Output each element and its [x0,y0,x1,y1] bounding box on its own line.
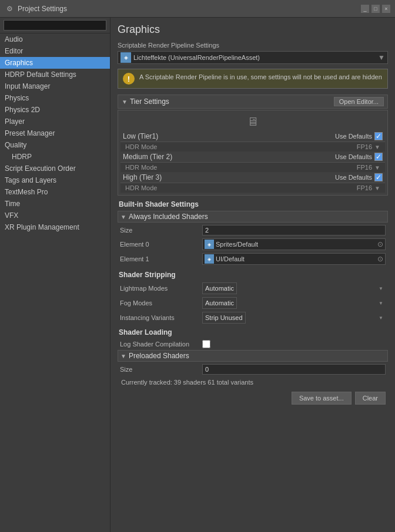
pipeline-row[interactable]: ◈ Lichteffekte (UniversalRenderPipelineA… [118,51,388,64]
sidebar-item-textmesh-pro[interactable]: TextMesh Pro [0,186,110,198]
tier-collapse-arrow: ▼ [122,99,128,105]
sidebar-item-quality[interactable]: Quality [0,139,110,151]
stripping-dropdown-wrapper-fog-modes: Automatic [202,297,386,309]
window-icon: ⚙ [5,4,14,14]
sidebar-item-physics[interactable]: Physics [0,92,110,104]
hdr-mode-value-2: FP16 [357,184,372,191]
stripping-select-instancing-variants[interactable]: Strip Unused [202,312,246,324]
hdr-mode-arrow-2: ▼ [374,185,380,191]
stripping-label-instancing-variants: Instancing Variants [120,314,202,321]
log-compilation-label: Log Shader Compilation [120,341,202,348]
preloaded-shaders-title: Preloaded Shaders [129,352,385,360]
clear-button[interactable]: Clear [355,392,386,405]
tier-name-row-0: Low (Tier1)Use Defaults✓ [120,131,385,142]
stripping-label-fog-modes: Fog Modes [120,299,202,307]
sidebar-item-physics-2d[interactable]: Physics 2D [0,104,110,116]
hdr-mode-arrow-0: ▼ [374,144,380,150]
size-input[interactable] [202,225,386,235]
sidebar-item-preset-manager[interactable]: Preset Manager [0,127,110,139]
sidebar-item-time[interactable]: Time [0,198,110,210]
main-layout: AudioEditorGraphicsHDRP Default Settings… [0,18,395,532]
tier-name-row-1: Medium (Tier 2)Use Defaults✓ [120,151,385,163]
sidebar-item-editor[interactable]: Editor [0,45,110,57]
tier-name-2: High (Tier 3) [123,173,335,181]
tier-sub-row-2: HDR ModeFP16▼ [120,183,385,193]
pipeline-section-label: Scriptable Render Pipeline Settings [118,42,388,49]
save-to-asset-button[interactable]: Save to asset... [292,392,352,405]
preloaded-size-label: Size [120,366,202,373]
window-controls: _ □ × [361,5,390,13]
preloaded-shaders-header[interactable]: ▼ Preloaded Shaders [118,350,388,362]
element-label-0: Element 0 [120,241,202,248]
tier-name-row-2: High (Tier 3)Use Defaults✓ [120,172,385,183]
pipeline-arrow-icon: ▼ [376,53,387,62]
always-included-header[interactable]: ▼ Always Included Shaders [118,211,388,223]
minimize-button[interactable]: _ [361,5,369,13]
always-included-title: Always Included Shaders [129,213,385,221]
sidebar: AudioEditorGraphicsHDRP Default Settings… [0,18,111,532]
tier-checkbox-0[interactable]: ✓ [374,132,383,140]
sidebar-item-xr-plugin[interactable]: XR Plugin Management [0,221,110,233]
sidebar-item-hdrp-defaults[interactable]: HDRP Default Settings [0,69,110,80]
element-row-0: Element 0◈Sprites/Default⊙ [118,237,388,251]
element-pick-btn-1[interactable]: ⊙ [376,254,385,264]
always-included-arrow: ▼ [120,214,126,220]
window-title: Project Settings [18,5,361,13]
sidebar-item-vfx[interactable]: VFX [0,210,110,221]
content-area: Graphics Scriptable Render Pipeline Sett… [111,18,395,532]
stripping-dropdown-wrapper-instancing-variants: Strip Unused [202,312,386,324]
log-compilation-row: Log Shader Compilation [118,339,388,349]
builtin-shader-section: Built-in Shader Settings ▼ Always Includ… [118,200,388,266]
tier-settings-header[interactable]: ▼ Tier Settings Open Editor... [118,95,388,109]
search-input[interactable] [4,20,106,31]
element-row-1: Element 1◈UI/Default⊙ [118,252,388,266]
sidebar-item-input-manager[interactable]: Input Manager [0,80,110,92]
sidebar-item-hdrp[interactable]: HDRP [0,151,110,163]
title-bar: ⚙ Project Settings _ □ × [0,0,395,18]
warning-icon: ! [123,73,135,85]
hdr-mode-label-1: HDR Mode [125,164,357,171]
monitor-icon: 🖥 [120,113,385,131]
hdr-mode-arrow-1: ▼ [374,164,380,171]
tier-sub-row-0: HDR ModeFP16▼ [120,142,385,151]
element-text-0: Sprites/Default [216,241,376,248]
stripping-select-lightmap-modes[interactable]: Automatic [202,282,237,294]
tier-checkbox-1[interactable]: ✓ [374,153,383,161]
log-compilation-checkbox[interactable] [202,340,210,348]
stripping-dropdown-wrapper-lightmap-modes: Automatic [202,282,386,294]
preloaded-arrow: ▼ [120,353,126,359]
page-title: Graphics [118,23,388,36]
preloaded-size-input[interactable] [202,364,386,375]
search-bar [0,18,110,33]
element-icon-1: ◈ [205,254,214,264]
element-value-0[interactable]: ◈Sprites/Default⊙ [202,238,386,250]
tier-checkbox-2[interactable]: ✓ [374,173,383,181]
hdr-mode-label-0: HDR Mode [125,143,357,150]
stripping-row-fog-modes: Fog ModesAutomatic [118,296,388,310]
element-value-1[interactable]: ◈UI/Default⊙ [202,253,386,265]
stripping-select-fog-modes[interactable]: Automatic [202,297,237,309]
preloaded-size-row: Size [118,363,388,376]
close-button[interactable]: × [382,5,390,13]
builtin-shader-title: Built-in Shader Settings [118,200,388,208]
sidebar-item-audio[interactable]: Audio [0,33,110,45]
open-editor-button[interactable]: Open Editor... [334,97,384,106]
size-row: Size [118,224,388,237]
tier-use-defaults-label-1: Use Defaults [335,153,372,160]
sidebar-item-tags-layers[interactable]: Tags and Layers [0,174,110,186]
sidebar-item-script-execution[interactable]: Script Execution Order [0,163,110,174]
pipeline-icon: ◈ [120,52,131,63]
hdr-mode-label-2: HDR Mode [125,184,357,191]
maximize-button[interactable]: □ [371,5,380,13]
tier-row-0: Low (Tier1)Use Defaults✓HDR ModeFP16▼ [120,131,385,151]
sidebar-item-graphics[interactable]: Graphics [0,57,110,69]
element-text-1: UI/Default [216,255,376,262]
element-pick-btn-0[interactable]: ⊙ [376,240,385,249]
size-label: Size [120,227,202,234]
info-box: ! A Scriptable Render Pipeline is in use… [118,69,388,89]
stripping-row-instancing-variants: Instancing VariantsStrip Unused [118,311,388,325]
tier-settings-title: Tier Settings [130,97,334,106]
sidebar-item-player[interactable]: Player [0,116,110,127]
element-icon-0: ◈ [205,240,214,249]
info-text: A Scriptable Render Pipeline is in use, … [139,73,382,82]
